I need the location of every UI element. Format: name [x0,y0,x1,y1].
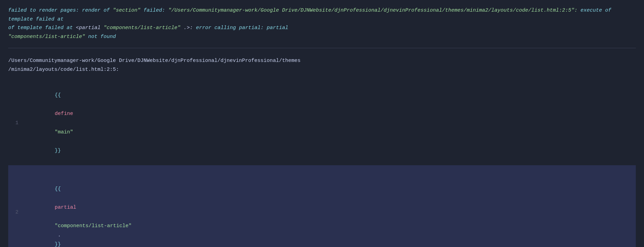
error-section-value: "section" [113,8,140,13]
file-path: /Users/Communitymanager-work/Google Driv… [8,56,636,74]
error-filepath: "/Users/Communitymanager-work/Google Dri… [168,8,577,13]
line2-space2 [55,214,58,220]
line2-brace-open: {{ [55,186,61,192]
line1-brace-open: {{ [55,92,61,98]
line1-define: define [55,111,73,117]
code-line-1: 1 {{ define "main" }} [8,81,636,165]
line1-space1 [55,102,58,107]
error-failed: failed: [144,8,165,13]
code-line-2: 2 {{ partial "components/list-article" .… [8,165,636,247]
error-partial-val2: "components/list-article" [8,34,85,40]
line2-space1 [55,195,58,201]
line1-space3 [55,139,58,144]
file-path-section: /Users/Communitymanager-work/Google Driv… [8,56,636,247]
line-number-2: 2 [8,208,18,217]
line2-partial-val: "components/list-article" [55,223,132,229]
error-not-found: not found [88,34,116,40]
line2-indent [55,177,67,183]
file-path-line1: /Users/Communitymanager-work/Google Driv… [8,58,300,64]
error-dot-gt: .>: [184,25,193,31]
line2-brace-close: }} [55,242,61,247]
line1-main: "main" [55,129,73,135]
line1-brace-close: }} [55,148,61,154]
line-content-1: {{ define "main" }} [24,81,73,165]
file-path-line2: /minima2/layouts/code/list.html:2:5: [8,67,119,73]
error-calling: error calling partial: partial [196,25,288,31]
line-number-1: 1 [8,118,18,128]
line-content-2: {{ partial "components/list-article" . }… [24,166,132,247]
error-section: failed to render pages: render of "secti… [8,6,636,48]
error-prefix: failed to render pages: render of [8,8,110,13]
line2-dot-space: . [55,232,64,238]
error-message: failed to render pages: render of "secti… [8,6,636,41]
error-of2: of template failed at [8,25,73,31]
error-partial-tag: <partial [76,25,100,31]
line2-partial: partial [55,205,76,210]
line1-space2 [55,120,58,126]
page-container: failed to render pages: render of "secti… [0,0,644,247]
code-block: 1 {{ define "main" }} 2 {{ [8,81,636,247]
error-partial-val1: "components/list-article" [104,25,180,31]
